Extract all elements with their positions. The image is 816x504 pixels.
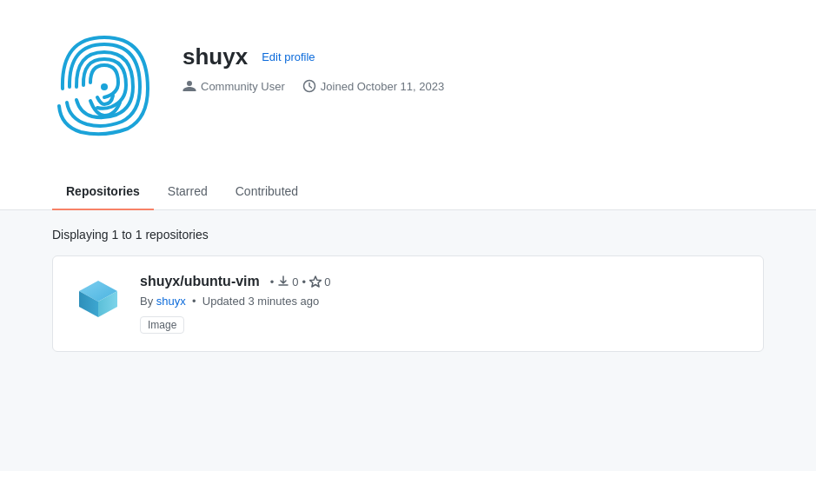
repo-owner-link[interactable]: shuyx	[156, 295, 186, 308]
clock-icon	[302, 79, 316, 93]
repo-card: shuyx/ubuntu-vim • 0 •	[52, 255, 764, 352]
profile-meta: Community User Joined October 11, 2023	[182, 79, 444, 93]
by-label: By	[140, 295, 153, 308]
repo-updated: Updated 3 minutes ago	[202, 295, 319, 308]
download-icon	[277, 275, 289, 288]
tab-contributed[interactable]: Contributed	[222, 174, 312, 210]
dot-2: •	[302, 275, 307, 288]
display-count: Displaying 1 to 1 repositories	[52, 228, 764, 242]
tabs-section: Repositories Starred Contributed	[0, 174, 816, 210]
page-wrapper: shuyx Edit profile Community User Joined…	[0, 0, 816, 471]
profile-info: shuyx Edit profile Community User Joined…	[182, 35, 444, 93]
svg-point-1	[101, 83, 108, 90]
repo-icon	[74, 274, 123, 322]
person-icon	[182, 79, 196, 93]
profile-name-row: shuyx Edit profile	[182, 43, 444, 70]
dot-1: •	[270, 275, 275, 288]
joined-item: Joined October 11, 2023	[302, 79, 444, 93]
repo-stats: • 0 • 0	[270, 275, 331, 288]
repo-name-row: shuyx/ubuntu-vim • 0 •	[140, 274, 742, 289]
repo-tag: Image	[140, 316, 184, 334]
star-count: 0	[324, 275, 330, 288]
repo-details: shuyx/ubuntu-vim • 0 •	[140, 274, 742, 334]
star-stat: 0	[309, 275, 330, 288]
profile-username: shuyx	[182, 43, 248, 70]
download-count: 0	[292, 275, 298, 288]
download-stat: 0	[277, 275, 298, 288]
user-type-item: Community User	[182, 79, 285, 93]
avatar	[52, 35, 156, 139]
svg-marker-6	[310, 276, 322, 287]
tab-repositories[interactable]: Repositories	[52, 174, 154, 210]
star-icon	[309, 275, 322, 288]
user-type-label: Community User	[201, 80, 285, 93]
profile-section: shuyx Edit profile Community User Joined…	[0, 0, 816, 165]
content-area: Displaying 1 to 1 repositories	[0, 210, 816, 471]
edit-profile-link[interactable]: Edit profile	[262, 50, 315, 63]
repo-name: shuyx/ubuntu-vim	[140, 274, 260, 289]
tabs-nav: Repositories Starred Contributed	[52, 174, 764, 209]
repo-meta: By shuyx • Updated 3 minutes ago	[140, 295, 742, 308]
tab-starred[interactable]: Starred	[154, 174, 222, 210]
joined-label: Joined October 11, 2023	[321, 80, 444, 93]
